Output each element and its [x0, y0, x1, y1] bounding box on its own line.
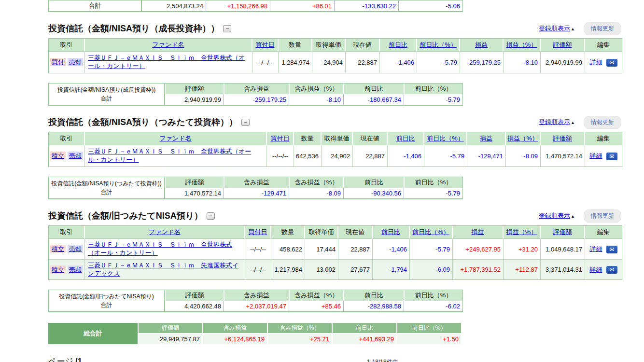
current-price-cell: 22,887 — [346, 52, 380, 73]
refresh-button[interactable]: 情報更新 — [584, 116, 621, 129]
valuation-sort-link[interactable]: 評価額 — [553, 135, 572, 142]
col-current-price: 現在値 — [338, 226, 373, 239]
day-change-sort-link[interactable]: 前日比 — [389, 41, 407, 48]
portfolio-page: 合計 2,504,873.24 +1,158,266.98 +86.01 -13… — [0, 0, 644, 362]
unrealized-total: -129,471 — [224, 188, 289, 198]
refresh-button[interactable]: 情報更新 — [584, 22, 621, 35]
unit-cost-cell: 17,444 — [305, 239, 338, 259]
unit-cost-cell: 24,902 — [322, 145, 353, 167]
section-old-tsumitate-nisa: 投資信託（金額/旧つみたてNISA預り） − 登録順表示▲ 情報更新 取引 ファ… — [48, 209, 644, 312]
collapse-icon[interactable]: − — [207, 212, 215, 220]
mail-icon[interactable]: ✉ — [606, 246, 617, 253]
unrealized-pct-grand-total: +25.71 — [268, 334, 332, 344]
fund-sort-link[interactable]: ファンド名 — [152, 41, 184, 48]
valuation-sort-link[interactable]: 評価額 — [553, 41, 572, 48]
sell-link[interactable]: 売却 — [68, 58, 83, 66]
col-unrealized: 含み損益 — [224, 290, 289, 301]
pl-sort-link[interactable]: 損益 — [480, 135, 492, 142]
pl-sort-link[interactable]: 損益 — [472, 228, 484, 236]
fund-link[interactable]: 三菱ＵＦＪ－ｅＭＡＸＩＳ Ｓｌｉｍ 全世界株式（オール・カントリー） — [88, 54, 245, 70]
unrealized-grand-total: +6,124,865.19 — [203, 334, 267, 344]
col-valuation: 評価額 — [165, 290, 224, 301]
refresh-button[interactable]: 情報更新 — [584, 209, 621, 223]
detail-link[interactable]: 詳細 — [590, 266, 602, 273]
quantity-cell: 1,284,974 — [279, 52, 312, 73]
sort-order-link[interactable]: 登録順表示▲ — [539, 24, 575, 33]
fund-link[interactable]: 三菱ＵＦＪ－ｅＭＡＸＩＳ Ｓｌｉｍ 全世界株式（オール・カントリー） — [88, 241, 232, 256]
section-title: 投資信託（金額/NISA預り（成長投資枠）） — [48, 23, 219, 34]
sort-order-link[interactable]: 登録順表示▲ — [539, 118, 575, 126]
valuation-cell: 3,371,014.31 — [541, 259, 585, 279]
fund-link[interactable]: 三菱ＵＦＪ－ｅＭＡＸＩＳ Ｓｌｉｍ 先進国株式インデックス — [88, 262, 238, 277]
pl-pct-sort-link[interactable]: 損益（%） — [506, 228, 537, 236]
result-count: 1-18/18件中 — [367, 358, 398, 362]
holdings-table: 取引 ファンド名 買付日 数量 取得単価 現在値 前日比 前日比（%） 損益 損… — [48, 38, 622, 73]
pager: ページ/1 1-18/18件中 — [48, 356, 621, 362]
sell-link[interactable]: 売却 — [68, 152, 83, 160]
detail-link[interactable]: 詳細 — [590, 152, 602, 159]
summary-label: 投資信託(金額/NISA預り(成長投資枠))合計 — [49, 84, 165, 105]
section-nisa-growth: 投資信託（金額/NISA預り（成長投資枠）） − 登録順表示▲ 情報更新 取引 … — [48, 22, 644, 106]
day-change-pct-sort-link[interactable]: 前日比（%） — [420, 41, 457, 48]
col-buy-date: 買付日 — [267, 132, 294, 145]
day-change-sort-link[interactable]: 前日比 — [396, 135, 415, 142]
col-pl-pct: 損益（%） — [504, 39, 541, 52]
col-trade: 取引 — [49, 132, 85, 145]
section-total-table: 投資信託(金額/NISA預り(つみたて投資枠))合計 評価額 含み損益 含み損益… — [48, 177, 463, 199]
col-unrealized-pct: 含み損益（%） — [289, 290, 343, 301]
day-change-pct-sort-link[interactable]: 前日比（%） — [427, 135, 464, 142]
pl-pct-sort-link[interactable]: 損益（%） — [507, 135, 538, 142]
day-change-sort-link[interactable]: 前日比 — [381, 228, 400, 236]
valuation-total: 2,504,873.24 — [141, 0, 206, 11]
day-change-cell: -1,406 — [380, 52, 417, 73]
buy-date-sort-link[interactable]: 買付日 — [271, 135, 290, 142]
table-header-row: 取引 ファンド名 買付日 数量 取得単価 現在値 前日比 前日比（%） 損益 損… — [49, 132, 622, 145]
sell-link[interactable]: 売却 — [68, 245, 83, 253]
detail-link[interactable]: 詳細 — [590, 58, 602, 66]
collapse-icon[interactable]: − — [241, 119, 250, 126]
mail-icon[interactable]: ✉ — [606, 59, 617, 67]
valuation-total: 2,940,919.99 — [165, 94, 224, 105]
sort-order-link[interactable]: 登録順表示▲ — [539, 211, 575, 220]
col-pl: 損益 — [467, 132, 506, 145]
sort-asc-icon: ▲ — [571, 214, 575, 219]
col-fund: ファンド名 — [85, 132, 267, 145]
day-change-pct-total: -5.79 — [404, 94, 462, 105]
fund-sort-link[interactable]: ファンド名 — [159, 135, 191, 142]
tsumitate-link[interactable]: 積立 — [50, 265, 66, 274]
mail-icon[interactable]: ✉ — [606, 266, 617, 274]
section-tools: 登録順表示▲ 情報更新 — [539, 22, 621, 35]
buy-date-sort-link[interactable]: 買付日 — [249, 228, 267, 236]
fund-sort-link[interactable]: ファンド名 — [149, 228, 181, 236]
fund-link[interactable]: 三菱ＵＦＪ－ｅＭＡＸＩＳ Ｓｌｉｍ 全世界株式（オール・カントリー） — [88, 148, 251, 163]
valuation-cell: 1,470,572.14 — [541, 145, 585, 167]
valuation-sort-link[interactable]: 評価額 — [553, 228, 572, 236]
section-total-table: 投資信託(金額/NISA預り(成長投資枠))合計 評価額 含み損益 含み損益（%… — [48, 83, 463, 106]
tsumitate-link[interactable]: 積立 — [50, 245, 66, 253]
unrealized-total: -259,179.25 — [224, 94, 289, 105]
section-tools: 登録順表示▲ 情報更新 — [539, 116, 621, 129]
tsumitate-link[interactable]: 積立 — [50, 152, 66, 160]
unit-cost-cell: 13,002 — [305, 259, 338, 279]
pl-pct-sort-link[interactable]: 損益（%） — [506, 41, 537, 48]
sell-link[interactable]: 売却 — [68, 265, 83, 274]
pl-sort-link[interactable]: 損益 — [475, 41, 488, 48]
col-fund: ファンド名 — [85, 226, 245, 239]
buy-link[interactable]: 買付 — [50, 58, 66, 66]
day-change-pct-sort-link[interactable]: 前日比（%） — [412, 228, 449, 236]
col-edit: 編集 — [585, 39, 622, 52]
col-pl: 損益 — [460, 39, 504, 52]
fund-row: 積立売却 三菱ＵＦＪ－ｅＭＡＸＩＳ Ｓｌｉｍ 先進国株式インデックス --/--… — [49, 259, 622, 279]
col-valuation: 評価額 — [541, 226, 585, 239]
quantity-cell: 642,536 — [294, 145, 322, 167]
fund-row: 積立売却 三菱ＵＦＪ－ｅＭＡＸＩＳ Ｓｌｉｍ 全世界株式（オール・カントリー） … — [49, 239, 622, 259]
col-unrealized: 含み損益 — [203, 323, 267, 333]
col-valuation: 評価額 — [165, 177, 224, 188]
detail-link[interactable]: 詳細 — [590, 245, 602, 252]
mail-icon[interactable]: ✉ — [606, 153, 617, 160]
buy-date-sort-link[interactable]: 買付日 — [256, 41, 275, 48]
day-change-pct-cell: -5.79 — [410, 239, 453, 259]
col-day-change: 前日比 — [343, 84, 404, 94]
col-day-change-pct: 前日比（%） — [404, 177, 462, 188]
collapse-icon[interactable]: − — [223, 25, 231, 32]
